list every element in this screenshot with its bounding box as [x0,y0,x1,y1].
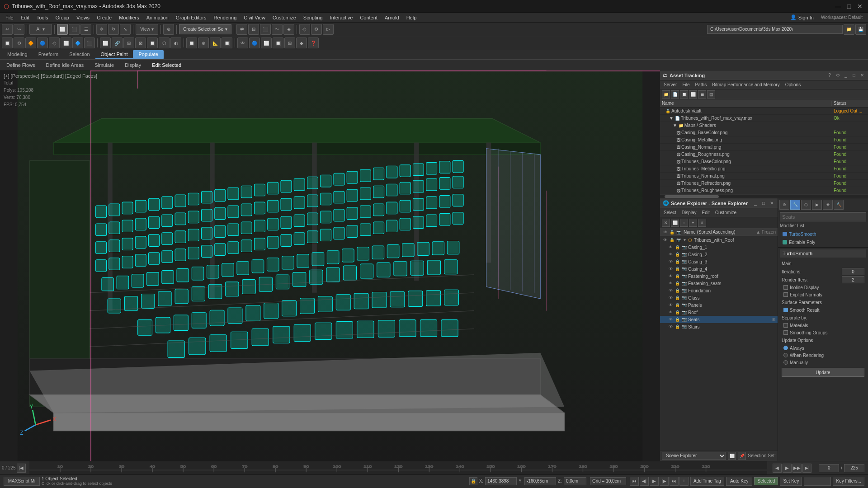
se-fastseatsvis-lock[interactable]: 🔒 [674,280,680,286]
se-del-btn[interactable]: ✕ [698,219,706,227]
set-key-btn[interactable]: Set Key [780,477,802,486]
se-row-roof[interactable]: 👁 🔒 📷 Roof [660,309,778,316]
se-close-btn[interactable]: ✕ [769,200,775,206]
se-row-fast-seats[interactable]: 👁 🔒 📷 Fastening_seats [660,280,778,287]
tl-step-fwd-btn[interactable]: ▶▶ [793,464,802,473]
at-min-btn[interactable]: _ [843,72,849,79]
se-footer-btn1[interactable]: ⬜ [728,452,736,460]
menu-file[interactable]: File [2,14,17,21]
action-edit-selected[interactable]: Edit Selected [147,61,186,69]
se-panelsvis-lock[interactable]: 🔒 [674,302,680,308]
menu-help[interactable]: Help [403,14,420,21]
tb2-btn5[interactable]: ◎ [49,38,60,48]
at-menu-options[interactable]: Options [783,82,802,87]
tab-selection[interactable]: Selection [64,50,95,59]
se-min-btn[interactable]: _ [752,200,759,206]
asset-row-trib-rough[interactable]: 🖼Tribunes_Roughness.png Found [660,187,868,194]
turbosm-manually-radio[interactable] [783,360,788,365]
at-menu-file[interactable]: File [680,82,691,87]
tab-freeform[interactable]: Freeform [33,50,64,59]
se-casing4-render[interactable]: 📷 [681,266,687,272]
se-seatsvis-lock[interactable]: 🔒 [674,316,680,323]
se-row-root[interactable]: 👁 🔒 📷 ▼ ⬡ Tribunes_with_Roof [660,236,778,244]
se-foundvis-eye[interactable]: 👁 [667,287,674,294]
tb2-btn12[interactable]: ⊠ [135,38,146,48]
material-editor-btn[interactable]: ◎ [299,24,310,35]
open-file-btn[interactable]: 📁 [844,24,854,35]
at-tool1[interactable]: 📁 [662,90,670,99]
asset-hscroll-thumb[interactable] [665,195,719,198]
se-casing2-render[interactable]: 📷 [681,251,687,258]
menu-animation[interactable]: Animation [143,14,172,21]
at-tool5[interactable]: ◼ [698,90,706,99]
at-tool2[interactable]: 📄 [671,90,679,99]
turbosm-update-btn[interactable]: Update [782,368,864,377]
action-define-idle-areas[interactable]: Define Idle Areas [42,61,89,69]
se-root-render[interactable]: 📷 [675,237,682,243]
menu-graph-editors[interactable]: Graph Editors [172,14,210,21]
se-seatsvis-eye[interactable]: 👁 [667,316,674,323]
asset-row-vault[interactable]: 🔒Autodesk Vault Logged Out ... [660,108,868,115]
tb2-vis3[interactable]: ⬜ [261,38,272,48]
se-fastseatsvis-render[interactable]: 📷 [681,280,687,286]
maxscript-btn[interactable]: MAXScript Mi [4,477,40,486]
select-region-btn[interactable]: ⬛ [69,24,80,35]
se-panelsvis-render[interactable]: 📷 [681,302,687,308]
se-root-lock[interactable]: 🔒 [669,237,675,243]
se-fastroofvis-render[interactable]: 📷 [681,273,687,279]
se-foundvis-lock[interactable]: 🔒 [674,287,680,294]
undo-btn[interactable]: ↩ [2,24,13,35]
action-define-flows[interactable]: Define Flows [2,61,40,69]
rotate-btn[interactable]: ↻ [108,24,119,35]
tb2-vis5[interactable]: ⊞ [284,38,295,48]
at-close-btn[interactable]: ✕ [859,72,865,79]
se-fastseatsvis-eye[interactable]: 👁 [667,280,674,286]
tb2-btn3[interactable]: 🔶 [25,38,36,48]
turbosm-header[interactable]: TurboSmooth [780,249,866,258]
se-filter-btn[interactable]: ⬜ [671,219,679,227]
mod-top-hierarchy-icon[interactable]: ⬡ [801,200,811,210]
save-file-btn[interactable]: 💾 [855,24,866,35]
se-casing3-render[interactable]: 📷 [681,258,687,265]
se-fastroofvis-lock[interactable]: 🔒 [674,273,680,279]
asset-row-casing-normal[interactable]: 🖼Casing_Normal.png Found [660,144,868,151]
select-filter-dropdown[interactable]: All ▾ [29,24,52,35]
turbosm-smooth-cb[interactable] [783,308,788,312]
at-menu-bitmap-perf[interactable]: Bitmap Performance and Memory [710,82,782,87]
maximize-button[interactable]: □ [844,2,854,11]
asset-hscrollbar[interactable] [660,194,868,198]
menu-arnold[interactable]: Arnold [381,14,403,21]
turbosm-mats-cb[interactable] [783,323,788,328]
se-row-seats[interactable]: 👁 🔒 📷 Seats ⊞ [660,316,778,323]
menu-tools[interactable]: Tools [33,14,52,21]
tb2-vis6[interactable]: ◆ [296,38,307,48]
tb2-btn10[interactable]: 🔗 [112,38,123,48]
tb2-btn4[interactable]: 🔵 [37,38,48,48]
bb-next-frame-btn[interactable]: ⏭ [670,477,679,486]
at-config-btn[interactable]: ⚙ [835,72,841,79]
tb2-btn7[interactable]: 🔷 [72,38,83,48]
menu-create[interactable]: Create [93,14,115,21]
se-footer-btn2[interactable]: 📌 [738,452,746,460]
tl-end-input[interactable] [844,464,864,472]
sign-in-btn[interactable]: 👤 Sign In [787,14,817,20]
asset-row-tribunes[interactable]: ▼ 📄Tribunes_with_Roof_max_vray.max Ok [660,115,868,122]
se-row-casing2[interactable]: 👁 🔒 📷 Casing_2 [660,251,778,258]
mod-top-create-icon[interactable]: ⊕ [779,200,789,210]
turbosm-render-iters-input[interactable] [842,276,864,283]
ref-coord-dropdown[interactable]: View ▾ [136,24,158,35]
se-menu-select[interactable]: Select [662,210,678,215]
at-tool4[interactable]: ⬜ [689,90,697,99]
tb2-btn14[interactable]: ⬡ [159,38,170,48]
se-casing1-lock[interactable]: 🔒 [674,244,680,250]
se-casing3-lock[interactable]: 🔒 [674,258,680,265]
tb2-vis1[interactable]: 👁 [237,38,248,48]
mod-top-modify-icon[interactable]: 🔧 [790,200,800,210]
menu-customize[interactable]: Customize [269,14,300,21]
se-root-expand[interactable]: ▼ [683,238,687,242]
bb-prev-frame-btn[interactable]: ⏮ [630,477,639,486]
at-help-btn[interactable]: ? [826,72,833,79]
se-max-btn[interactable]: □ [760,200,767,206]
asset-row-casing-base[interactable]: 🖼Casing_BaseColor.png Found [660,129,868,136]
at-tool6[interactable]: ▤ [707,90,715,99]
